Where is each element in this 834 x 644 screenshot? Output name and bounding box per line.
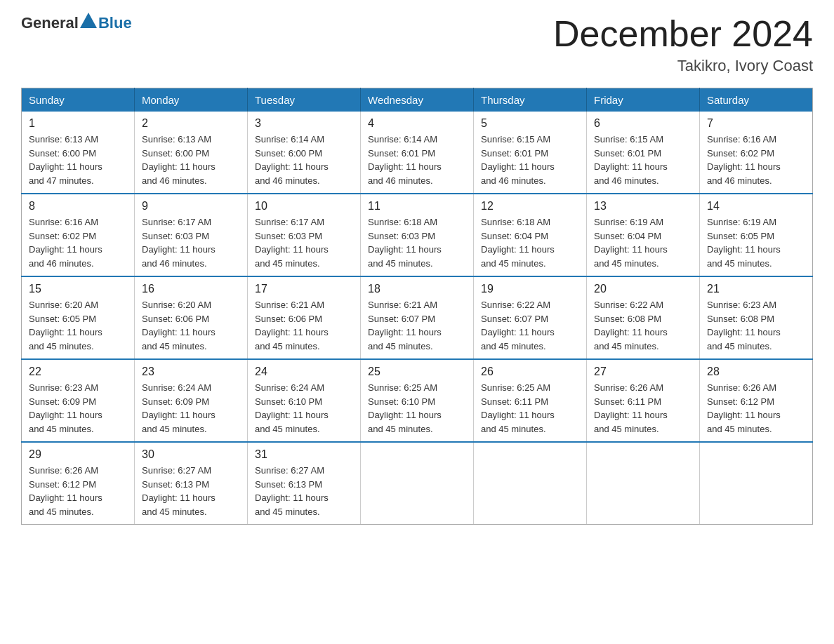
day-info: Sunrise: 6:22 AMSunset: 6:08 PMDaylight:…: [594, 298, 692, 353]
calendar-cell: 10 Sunrise: 6:17 AMSunset: 6:03 PMDaylig…: [248, 194, 361, 276]
calendar-cell: 3 Sunrise: 6:14 AMSunset: 6:00 PMDayligh…: [248, 112, 361, 194]
day-info: Sunrise: 6:21 AMSunset: 6:07 PMDaylight:…: [368, 298, 466, 353]
calendar-cell: 5 Sunrise: 6:15 AMSunset: 6:01 PMDayligh…: [474, 112, 587, 194]
header-sunday: Sunday: [22, 88, 135, 112]
day-info: Sunrise: 6:26 AMSunset: 6:12 PMDaylight:…: [707, 381, 805, 436]
header-saturday: Saturday: [700, 88, 813, 112]
calendar-cell: [474, 442, 587, 525]
calendar-cell: [700, 442, 813, 525]
day-info: Sunrise: 6:20 AMSunset: 6:05 PMDaylight:…: [29, 298, 127, 353]
day-number: 14: [707, 200, 805, 213]
day-info: Sunrise: 6:18 AMSunset: 6:03 PMDaylight:…: [368, 215, 466, 270]
day-number: 11: [368, 200, 466, 213]
calendar-cell: 27 Sunrise: 6:26 AMSunset: 6:11 PMDaylig…: [587, 359, 700, 442]
day-number: 31: [255, 448, 353, 461]
calendar-cell: 23 Sunrise: 6:24 AMSunset: 6:09 PMDaylig…: [135, 359, 248, 442]
day-info: Sunrise: 6:27 AMSunset: 6:13 PMDaylight:…: [142, 464, 240, 518]
header-monday: Monday: [135, 88, 248, 112]
calendar-cell: 14 Sunrise: 6:19 AMSunset: 6:05 PMDaylig…: [700, 194, 813, 276]
day-info: Sunrise: 6:25 AMSunset: 6:11 PMDaylight:…: [481, 381, 579, 436]
day-number: 6: [594, 117, 692, 130]
day-number: 24: [255, 365, 353, 378]
day-info: Sunrise: 6:17 AMSunset: 6:03 PMDaylight:…: [255, 215, 353, 270]
day-info: Sunrise: 6:27 AMSunset: 6:13 PMDaylight:…: [255, 464, 353, 518]
calendar-cell: [361, 442, 474, 525]
calendar-cell: 31 Sunrise: 6:27 AMSunset: 6:13 PMDaylig…: [248, 442, 361, 525]
day-info: Sunrise: 6:19 AMSunset: 6:04 PMDaylight:…: [594, 215, 692, 270]
calendar-cell: 7 Sunrise: 6:16 AMSunset: 6:02 PMDayligh…: [700, 112, 813, 194]
day-number: 9: [142, 200, 240, 213]
calendar-cell: 17 Sunrise: 6:21 AMSunset: 6:06 PMDaylig…: [248, 276, 361, 359]
calendar-cell: 13 Sunrise: 6:19 AMSunset: 6:04 PMDaylig…: [587, 194, 700, 276]
logo-triangle-icon: [80, 13, 97, 28]
header-friday: Friday: [587, 88, 700, 112]
day-number: 10: [255, 200, 353, 213]
day-info: Sunrise: 6:23 AMSunset: 6:09 PMDaylight:…: [29, 381, 127, 436]
calendar-week-3: 15 Sunrise: 6:20 AMSunset: 6:05 PMDaylig…: [22, 276, 813, 359]
calendar-cell: 1 Sunrise: 6:13 AMSunset: 6:00 PMDayligh…: [22, 112, 135, 194]
calendar-table: SundayMondayTuesdayWednesdayThursdayFrid…: [21, 88, 813, 525]
calendar-cell: 28 Sunrise: 6:26 AMSunset: 6:12 PMDaylig…: [700, 359, 813, 442]
calendar-week-4: 22 Sunrise: 6:23 AMSunset: 6:09 PMDaylig…: [22, 359, 813, 442]
page-header: General Blue December 2024 Takikro, Ivor…: [21, 14, 813, 75]
page-title: December 2024: [553, 14, 813, 54]
calendar-cell: 9 Sunrise: 6:17 AMSunset: 6:03 PMDayligh…: [135, 194, 248, 276]
day-number: 5: [481, 117, 579, 130]
day-number: 22: [29, 365, 127, 378]
day-number: 13: [594, 200, 692, 213]
day-number: 29: [29, 448, 127, 461]
day-number: 3: [255, 117, 353, 130]
day-number: 16: [142, 283, 240, 295]
day-info: Sunrise: 6:25 AMSunset: 6:10 PMDaylight:…: [368, 381, 466, 436]
day-info: Sunrise: 6:22 AMSunset: 6:07 PMDaylight:…: [481, 298, 579, 353]
calendar-week-2: 8 Sunrise: 6:16 AMSunset: 6:02 PMDayligh…: [22, 194, 813, 276]
calendar-cell: 20 Sunrise: 6:22 AMSunset: 6:08 PMDaylig…: [587, 276, 700, 359]
day-info: Sunrise: 6:14 AMSunset: 6:01 PMDaylight:…: [368, 133, 466, 187]
day-number: 26: [481, 365, 579, 378]
day-number: 23: [142, 365, 240, 378]
day-info: Sunrise: 6:16 AMSunset: 6:02 PMDaylight:…: [707, 133, 805, 187]
day-info: Sunrise: 6:26 AMSunset: 6:12 PMDaylight:…: [29, 464, 127, 518]
day-number: 19: [481, 283, 579, 295]
calendar-week-5: 29 Sunrise: 6:26 AMSunset: 6:12 PMDaylig…: [22, 442, 813, 525]
day-info: Sunrise: 6:13 AMSunset: 6:00 PMDaylight:…: [29, 133, 127, 187]
day-info: Sunrise: 6:24 AMSunset: 6:09 PMDaylight:…: [142, 381, 240, 436]
calendar-cell: 21 Sunrise: 6:23 AMSunset: 6:08 PMDaylig…: [700, 276, 813, 359]
logo-general-text: General: [21, 14, 79, 32]
day-number: 27: [594, 365, 692, 378]
day-number: 8: [29, 200, 127, 213]
day-number: 28: [707, 365, 805, 378]
calendar-cell: 22 Sunrise: 6:23 AMSunset: 6:09 PMDaylig…: [22, 359, 135, 442]
day-info: Sunrise: 6:18 AMSunset: 6:04 PMDaylight:…: [481, 215, 579, 270]
calendar-cell: 12 Sunrise: 6:18 AMSunset: 6:04 PMDaylig…: [474, 194, 587, 276]
calendar-cell: 16 Sunrise: 6:20 AMSunset: 6:06 PMDaylig…: [135, 276, 248, 359]
calendar-cell: 19 Sunrise: 6:22 AMSunset: 6:07 PMDaylig…: [474, 276, 587, 359]
day-info: Sunrise: 6:23 AMSunset: 6:08 PMDaylight:…: [707, 298, 805, 353]
day-info: Sunrise: 6:17 AMSunset: 6:03 PMDaylight:…: [142, 215, 240, 270]
calendar-cell: 2 Sunrise: 6:13 AMSunset: 6:00 PMDayligh…: [135, 112, 248, 194]
calendar-cell: 30 Sunrise: 6:27 AMSunset: 6:13 PMDaylig…: [135, 442, 248, 525]
day-info: Sunrise: 6:16 AMSunset: 6:02 PMDaylight:…: [29, 215, 127, 270]
day-info: Sunrise: 6:20 AMSunset: 6:06 PMDaylight:…: [142, 298, 240, 353]
day-info: Sunrise: 6:19 AMSunset: 6:05 PMDaylight:…: [707, 215, 805, 270]
calendar-cell: 26 Sunrise: 6:25 AMSunset: 6:11 PMDaylig…: [474, 359, 587, 442]
day-number: 12: [481, 200, 579, 213]
day-number: 25: [368, 365, 466, 378]
day-info: Sunrise: 6:15 AMSunset: 6:01 PMDaylight:…: [594, 133, 692, 187]
day-number: 2: [142, 117, 240, 130]
calendar-cell: 15 Sunrise: 6:20 AMSunset: 6:05 PMDaylig…: [22, 276, 135, 359]
calendar-cell: 25 Sunrise: 6:25 AMSunset: 6:10 PMDaylig…: [361, 359, 474, 442]
header-tuesday: Tuesday: [248, 88, 361, 112]
day-number: 17: [255, 283, 353, 295]
calendar-cell: 8 Sunrise: 6:16 AMSunset: 6:02 PMDayligh…: [22, 194, 135, 276]
calendar-cell: 18 Sunrise: 6:21 AMSunset: 6:07 PMDaylig…: [361, 276, 474, 359]
header-thursday: Thursday: [474, 88, 587, 112]
logo: General Blue: [21, 14, 132, 32]
calendar-cell: 29 Sunrise: 6:26 AMSunset: 6:12 PMDaylig…: [22, 442, 135, 525]
calendar-cell: 24 Sunrise: 6:24 AMSunset: 6:10 PMDaylig…: [248, 359, 361, 442]
day-number: 18: [368, 283, 466, 295]
page-subtitle: Takikro, Ivory Coast: [553, 57, 813, 75]
day-number: 30: [142, 448, 240, 461]
calendar-header-row: SundayMondayTuesdayWednesdayThursdayFrid…: [22, 88, 813, 112]
day-number: 7: [707, 117, 805, 130]
